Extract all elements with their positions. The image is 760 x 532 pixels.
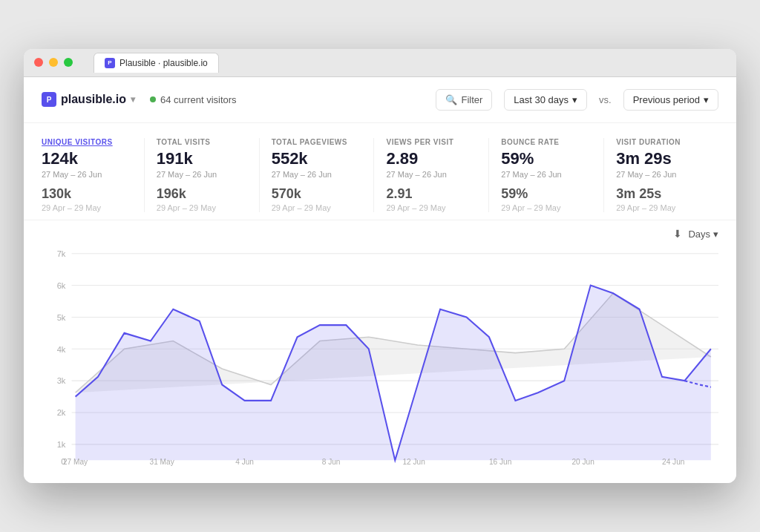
stat-date: 27 May – 26 Jun [616,170,707,179]
stat-label: BOUNCE RATE [501,138,592,146]
stat-value: 552k [272,149,362,168]
titlebar: P Plausible · plausible.io [24,49,736,77]
stat-prev-value: 3m 25s [616,186,707,202]
chart-container: ⬇ Days ▾ 7k 6k [24,220,736,483]
filter-button[interactable]: 🔍 Filter [436,89,492,111]
svg-text:16 Jun: 16 Jun [489,458,512,466]
stat-prev-value: 2.91 [386,186,476,202]
stat-value: 3m 29s [616,149,707,168]
svg-text:12 Jun: 12 Jun [402,458,425,466]
date-range-chevron-icon: ▾ [572,94,577,105]
svg-text:4k: 4k [57,344,66,353]
minimize-button[interactable] [49,58,58,67]
period-selector[interactable]: Previous period ▾ [623,89,718,111]
stat-label: TOTAL PAGEVIEWS [272,138,362,146]
stat-prev-value: 570k [272,186,362,202]
stat-prev-date: 29 Apr – 29 May [616,203,707,212]
vs-label: vs. [599,94,612,105]
tab-favicon: P [105,58,115,68]
date-range-selector[interactable]: Last 30 days ▾ [504,89,587,111]
page-content: P plausible.io ▾ 64 current visitors 🔍 F… [24,77,736,483]
stat-item-unique-visitors: UNIQUE VISITORS 124k 27 May – 26 Jun 130… [42,138,145,212]
stat-value: 191k [157,149,247,168]
browser-window: P Plausible · plausible.io P plausible.i… [24,49,736,483]
header: P plausible.io ▾ 64 current visitors 🔍 F… [24,77,736,123]
stat-item-total-visits: TOTAL VISITS 191k 27 May – 26 Jun 196k 2… [157,138,260,212]
stat-value: 124k [42,149,132,168]
stat-date: 27 May – 26 Jun [157,170,247,179]
filter-label: Filter [461,94,482,105]
stat-label[interactable]: UNIQUE VISITORS [42,138,132,146]
stat-date: 27 May – 26 Jun [42,170,132,179]
stat-prev-date: 29 Apr – 29 May [42,203,132,212]
svg-text:8 Jun: 8 Jun [322,458,341,466]
stat-date: 27 May – 26 Jun [272,170,362,179]
stat-date: 27 May – 26 Jun [386,170,476,179]
current-visitors-badge: 64 current visitors [150,94,237,105]
logo-icon: P [42,92,56,107]
stat-date: 27 May – 26 Jun [501,170,592,179]
stat-prev-date: 29 Apr – 29 May [501,203,592,212]
browser-tab[interactable]: P Plausible · plausible.io [94,53,219,73]
stat-prev-date: 29 Apr – 29 May [272,203,362,212]
svg-text:31 May: 31 May [150,458,175,466]
stats-row: UNIQUE VISITORS 124k 27 May – 26 Jun 130… [24,123,736,220]
stat-value: 59% [501,149,592,168]
stat-prev-value: 196k [157,186,247,202]
svg-text:27 May: 27 May [63,458,88,466]
stat-prev-value: 130k [42,186,132,202]
stat-label: VIEWS PER VISIT [386,138,476,146]
granularity-chevron-icon: ▾ [713,229,718,240]
svg-text:1k: 1k [57,440,66,449]
svg-text:7k: 7k [57,249,66,258]
download-button[interactable]: ⬇ [673,228,682,240]
stat-prev-value: 59% [501,186,592,202]
tab-title: Plausible · plausible.io [119,58,208,68]
online-indicator [150,96,156,102]
svg-text:4 Jun: 4 Jun [235,458,254,466]
logo[interactable]: P plausible.io ▾ [42,92,135,107]
stat-label: TOTAL VISITS [157,138,247,146]
logo-chevron-icon: ▾ [131,94,135,105]
stat-item-bounce-rate: BOUNCE RATE 59% 27 May – 26 Jun 59% 29 A… [501,138,604,212]
period-chevron-icon: ▾ [704,94,709,105]
stat-prev-date: 29 Apr – 29 May [157,203,247,212]
chart-controls: ⬇ Days ▾ [42,228,718,240]
search-icon: 🔍 [445,94,457,105]
svg-text:5k: 5k [57,313,66,322]
period-label: Previous period [633,94,700,105]
line-chart: 7k 6k 5k 4k 3k 2k 1k 0 [42,246,718,468]
stat-item-views-per-visit: VIEWS PER VISIT 2.89 27 May – 26 Jun 2.9… [386,138,489,212]
stat-label: VISIT DURATION [616,138,707,146]
svg-text:2k: 2k [57,408,66,417]
stat-value: 2.89 [386,149,476,168]
granularity-label: Days [688,229,710,240]
stat-item-total-pageviews: TOTAL PAGEVIEWS 552k 27 May – 26 Jun 570… [272,138,375,212]
close-button[interactable] [34,58,43,67]
logo-text: plausible.io [61,93,126,106]
granularity-selector[interactable]: Days ▾ [688,229,718,240]
svg-text:24 Jun: 24 Jun [662,458,685,466]
maximize-button[interactable] [64,58,73,67]
visitors-count: 64 current visitors [160,94,237,105]
date-range-label: Last 30 days [514,94,569,105]
stat-prev-date: 29 Apr – 29 May [386,203,476,212]
stat-item-visit-duration: VISIT DURATION 3m 29s 27 May – 26 Jun 3m… [616,138,718,212]
svg-text:6k: 6k [57,281,66,290]
svg-text:20 Jun: 20 Jun [571,458,594,466]
svg-text:3k: 3k [57,376,66,385]
